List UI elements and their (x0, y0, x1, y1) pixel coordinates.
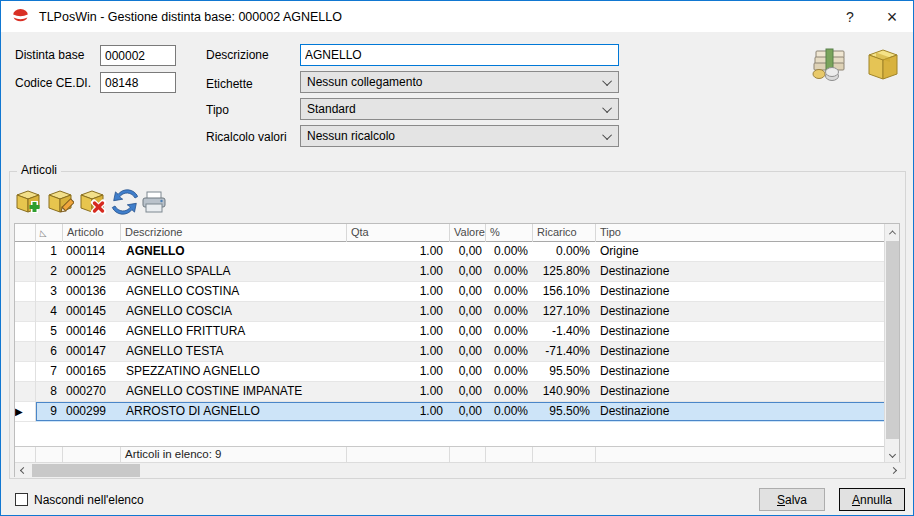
footer-cell (486, 447, 533, 463)
column-header-col0[interactable] (15, 224, 36, 242)
valore-cell: 0,00 (450, 382, 486, 402)
ricarico-cell: 140.90% (533, 382, 596, 402)
valore-cell: 0,00 (450, 322, 486, 342)
footer-cell (450, 447, 486, 463)
add-article-button[interactable] (14, 187, 42, 215)
column-header-tipo[interactable]: Tipo (596, 224, 886, 242)
save-button[interactable]: Salva (759, 488, 825, 511)
row-number-cell: 7 (36, 362, 63, 382)
footer-cell (63, 447, 121, 463)
descrizione-field[interactable] (300, 44, 619, 66)
row-selector-cell (15, 322, 36, 342)
row-number-cell: 4 (36, 302, 63, 322)
column-header-articolo[interactable]: Articolo (63, 224, 121, 242)
table-row[interactable]: ▶9000299ARROSTO DI AGNELLO1.000,000.00%9… (15, 402, 886, 422)
vertical-scrollbar-thumb[interactable] (886, 241, 899, 439)
app-logo-icon (11, 7, 30, 26)
row-selector-cell (15, 262, 36, 282)
codice-cedi-field[interactable] (100, 72, 176, 93)
refresh-button[interactable] (110, 187, 138, 215)
qta-cell: 1.00 (347, 322, 450, 342)
row-selector-cell: ▶ (15, 402, 36, 422)
table-row[interactable]: 3000136AGNELLO COSTINA1.000,000.00%156.1… (15, 282, 886, 302)
table-row[interactable]: 1000114AGNELLO1.000,000.00%0.00%Origine (15, 242, 886, 262)
descrizione-label: Descrizione (206, 48, 269, 62)
row-number-cell: 2 (36, 262, 63, 282)
column-header-qta[interactable]: Qta (347, 224, 450, 242)
row-selector-cell (15, 242, 36, 262)
help-icon: ? (846, 9, 854, 25)
articolo-cell: 000114 (63, 242, 121, 262)
column-header-descrizione[interactable]: Descrizione (121, 224, 347, 242)
vertical-scrollbar[interactable] (884, 224, 899, 462)
package-button[interactable] (863, 43, 903, 83)
row-selector-cell (15, 302, 36, 322)
table-row[interactable]: 4000145AGNELLO COSCIA1.000,000.00%127.10… (15, 302, 886, 322)
articolo-cell: 000146 (63, 322, 121, 342)
distinta-base-field[interactable] (100, 45, 176, 66)
table-row[interactable]: 7000165SPEZZATINO AGNELLO1.000,000.00%95… (15, 362, 886, 382)
ricalcolo-dropdown[interactable]: Nessun ricalcolo (300, 125, 619, 147)
codice-cedi-label: Codice CE.DI. (15, 76, 91, 90)
refresh-icon (110, 187, 138, 215)
scroll-right-button[interactable] (885, 463, 901, 478)
tipo-cell: Destinazione (596, 262, 886, 282)
ricarico-cell: 95.50% (533, 402, 596, 422)
percent-cell: 0.00% (486, 242, 533, 262)
row-number-cell: 5 (36, 322, 63, 342)
valore-cell: 0,00 (450, 282, 486, 302)
chevron-down-icon (889, 450, 896, 457)
column-header-ricarico[interactable]: Ricarico (533, 224, 596, 242)
table-row[interactable]: 6000147AGNELLO TESTA1.000,000.00%-71.40%… (15, 342, 886, 362)
row-selector-cell (15, 342, 36, 362)
ricalcolo-label: Ricalcolo valori (206, 130, 287, 144)
hide-in-list-label: Nascondi nell'elenco (34, 493, 144, 507)
chevron-up-icon (889, 230, 896, 237)
table-row[interactable]: 2000125AGNELLO SPALLA1.000,000.00%125.80… (15, 262, 886, 282)
prices-button[interactable] (807, 43, 851, 83)
row-selector-cell (15, 282, 36, 302)
tipo-cell: Destinazione (596, 322, 886, 342)
footer-cell (15, 447, 36, 463)
hide-in-list-checkbox[interactable] (15, 493, 28, 506)
close-button[interactable]: × (871, 1, 913, 32)
qta-cell: 1.00 (347, 262, 450, 282)
articolo-cell: 000145 (63, 302, 121, 322)
package-icon (863, 43, 903, 83)
ricarico-cell: 95.50% (533, 362, 596, 382)
cancel-button[interactable]: Annulla (839, 488, 905, 511)
tipo-cell: Destinazione (596, 282, 886, 302)
scroll-up-button[interactable] (885, 224, 900, 240)
tipo-dropdown[interactable]: Standard (300, 98, 619, 120)
column-header-n[interactable]: ◺ (36, 224, 63, 242)
table-row[interactable]: 8000270AGNELLO COSTINE IMPANATE1.000,000… (15, 382, 886, 402)
money-icon (807, 43, 851, 83)
chevron-right-icon (889, 467, 896, 474)
tipo-cell: Destinazione (596, 382, 886, 402)
articolo-cell: 000125 (63, 262, 121, 282)
qta-cell: 1.00 (347, 282, 450, 302)
column-header-percent[interactable]: % (486, 224, 533, 242)
delete-article-button[interactable] (78, 187, 106, 215)
column-header-valore[interactable]: Valore (450, 224, 486, 242)
scroll-down-button[interactable] (885, 446, 900, 462)
ricalcolo-selected-value: Nessun ricalcolo (307, 129, 605, 143)
table-row[interactable]: 5000146AGNELLO FRITTURA1.000,000.00%-1.4… (15, 322, 886, 342)
row-count-status: Articoli in elenco: 9 (121, 447, 347, 463)
articolo-cell: 000147 (63, 342, 121, 362)
close-icon: × (887, 8, 898, 26)
articoli-group-label: Articoli (17, 163, 61, 177)
percent-cell: 0.00% (486, 302, 533, 322)
print-button[interactable] (140, 187, 168, 215)
etichette-dropdown[interactable]: Nessun collegamento (300, 71, 619, 93)
ricarico-cell: 125.80% (533, 262, 596, 282)
tipo-cell: Destinazione (596, 342, 886, 362)
percent-cell: 0.00% (486, 262, 533, 282)
tipo-cell: Destinazione (596, 302, 886, 322)
edit-article-button[interactable] (46, 187, 74, 215)
horizontal-scrollbar-thumb[interactable] (32, 464, 140, 477)
horizontal-scrollbar[interactable] (15, 462, 901, 478)
help-button[interactable]: ? (829, 1, 871, 32)
scroll-left-button[interactable] (15, 463, 31, 478)
window-title: TLPosWin - Gestione distinta base: 00000… (39, 10, 342, 24)
